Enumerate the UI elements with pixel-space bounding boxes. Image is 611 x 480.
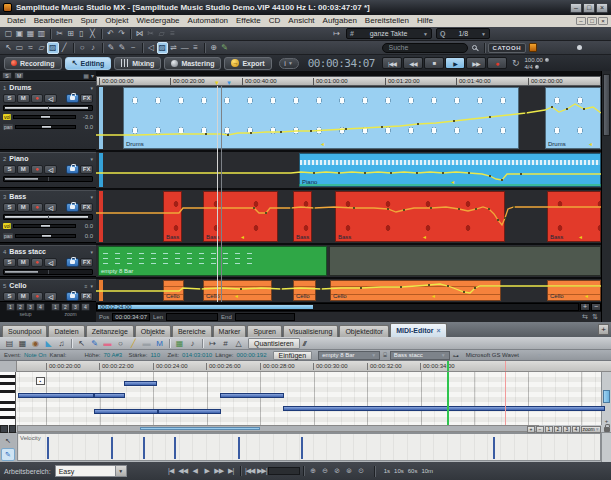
track-collapse-icon[interactable]: ▾	[90, 194, 93, 200]
volume-fader[interactable]	[3, 176, 93, 182]
copy-icon[interactable]: ⊞	[65, 28, 76, 40]
draw-midi-icon[interactable]: ~	[128, 42, 139, 54]
ctrl-lane-button[interactable]	[0, 425, 8, 433]
open-project-icon[interactable]: ▣	[14, 28, 25, 40]
tab-dateien[interactable]: Dateien	[48, 325, 84, 337]
import-audio-icon[interactable]: ▥	[36, 28, 47, 40]
tab-visualisierung[interactable]: Visualisierung	[283, 325, 338, 337]
note-length-icon[interactable]: ♪	[186, 338, 199, 349]
setup-bank-2[interactable]: 2	[16, 303, 25, 311]
maximize-button[interactable]: □	[583, 3, 595, 13]
midi-note[interactable]	[124, 381, 157, 386]
arranger-timeline-ruler[interactable]: 00:00:00:0000:00:20:0000:00:40:0000:01:0…	[96, 76, 601, 86]
automation-curve[interactable]	[96, 152, 601, 188]
workflow-mixing-button[interactable]: Mixing	[114, 57, 161, 70]
tab-zeitanzeige[interactable]: Zeitanzeige	[86, 325, 134, 337]
zoom-range-icon[interactable]: ⊘	[331, 467, 343, 475]
zoom-digit-2[interactable]: 2	[554, 426, 562, 433]
piano-roll[interactable]: ▪ +	[0, 372, 611, 425]
mute-button[interactable]: M	[17, 94, 30, 103]
media-pool-icon[interactable]: ▨	[47, 42, 59, 54]
menu-wiedergabe[interactable]: Wiedergabe	[132, 15, 183, 27]
velocity-bar[interactable]	[301, 437, 303, 459]
loop-icon[interactable]: ↻	[512, 58, 520, 68]
menu-hilfe[interactable]: Hilfe	[413, 15, 437, 27]
tab-midi-editor[interactable]: MIDI-Editor×	[390, 323, 446, 337]
lock-button[interactable]	[66, 292, 79, 301]
object-mode-icon[interactable]: ▱	[36, 42, 47, 54]
pos-value[interactable]: 00:00:34:07	[112, 313, 150, 321]
mute-object-icon[interactable]: ▱	[156, 28, 167, 40]
zoom-bank-2[interactable]: 2	[61, 303, 70, 311]
mute-button[interactable]: M	[17, 165, 30, 174]
monitor-speaker-icon[interactable]: ◁	[44, 292, 57, 301]
fx-button[interactable]: FX	[80, 165, 93, 174]
velocity-pencil-tool[interactable]: ✎	[1, 448, 15, 461]
zoom-digit-3[interactable]: 3	[563, 426, 571, 433]
mute-button[interactable]: M	[17, 258, 30, 267]
step-record-icon[interactable]: ↦	[206, 338, 219, 349]
record-arm-button[interactable]: ●	[31, 292, 44, 301]
solo-button[interactable]: S	[3, 94, 16, 103]
pattern-dropdown[interactable]: empty 8 Bar▼	[318, 351, 380, 360]
pan-slider[interactable]	[15, 234, 76, 238]
draw-volume-icon[interactable]: ✎	[106, 42, 117, 54]
vzoom-icon[interactable]: ⇅	[592, 313, 598, 321]
pianoroll-icon[interactable]: ▦	[16, 338, 29, 349]
tab-spuren[interactable]: Spuren	[247, 325, 282, 337]
crossfade-editor-icon[interactable]: ⋈	[134, 28, 145, 40]
info-button[interactable]: i▼	[279, 58, 299, 69]
vol-slider[interactable]	[13, 115, 76, 119]
velocity-cursor-tool[interactable]: ↖	[1, 434, 15, 447]
menu-datei[interactable]: Datei	[3, 15, 30, 27]
mdi-minimize-button[interactable]: –	[576, 17, 586, 25]
grid-snap-icon[interactable]: #	[219, 338, 232, 349]
save-project-icon[interactable]: ▦	[25, 28, 36, 40]
pitch-mode-icon[interactable]: ♪	[88, 42, 99, 54]
title-bar[interactable]: Samplitude Music Studio MX - [Samplitude…	[0, 0, 611, 15]
line-tool-icon[interactable]: ╱	[127, 338, 140, 349]
forward-button[interactable]: ▶▶	[466, 57, 486, 69]
zoom-bank-3[interactable]: 3	[71, 303, 80, 311]
zoom-object-icon[interactable]: ⊜	[343, 467, 355, 475]
track-header-bass[interactable]: 3Bass▾SM●◁FXvol0.0pan0.0	[0, 190, 96, 243]
folder-icon[interactable]: ⌸	[383, 352, 387, 359]
clip-stacc[interactable]	[329, 246, 601, 276]
range-end-icon[interactable]: ▶|	[225, 467, 237, 475]
close-button[interactable]: ×	[596, 3, 608, 13]
link-icon[interactable]: ⊶	[453, 352, 459, 359]
track-menu-icon[interactable]: ≡	[85, 283, 88, 289]
color-tool-icon[interactable]: ✎	[219, 42, 230, 54]
end-value[interactable]	[235, 313, 295, 321]
volume-fader[interactable]	[3, 269, 93, 275]
midi-hscrollbar[interactable]	[17, 425, 539, 432]
track-collapse-icon[interactable]: ▾	[90, 85, 93, 91]
undo-icon[interactable]: ↶	[105, 28, 116, 40]
workspace-select[interactable]: Easy ▼	[55, 465, 127, 477]
zoom-digit-4[interactable]: 4	[572, 426, 580, 433]
tab-close-icon[interactable]: ×	[436, 327, 440, 334]
snap-dropdown[interactable]: # ganze Takte ▼	[346, 28, 432, 39]
cut-icon[interactable]: ✂	[54, 28, 65, 40]
snap-toggle-icon[interactable]: ↦	[331, 28, 342, 40]
arranger-vscrollbar[interactable]	[601, 71, 611, 322]
controller-editor-icon[interactable]: ◣	[42, 338, 55, 349]
scrub-icon[interactable]: ⇌	[168, 42, 179, 54]
cursor-tool-icon[interactable]: ↖	[75, 338, 88, 349]
grid-view-icon[interactable]: ▦	[83, 72, 89, 79]
midi-hscroll-thumb[interactable]	[140, 427, 260, 430]
midi-note[interactable]	[283, 406, 605, 411]
tab-soundpool[interactable]: Soundpool	[2, 325, 47, 337]
catooh-button[interactable]: CATOOH	[488, 43, 526, 53]
arranger-hscroll-thumb[interactable]: 00:02:24:00	[98, 305, 313, 309]
piano-keyboard[interactable]	[0, 372, 16, 425]
quantize-dropdown[interactable]: Q 1/8 ▼	[436, 28, 490, 39]
zoom-out-icon[interactable]: ⊖	[319, 467, 331, 475]
solo-button[interactable]: S	[3, 292, 16, 301]
velocity-bar[interactable]	[143, 437, 145, 459]
record-arm-button[interactable]: ●	[31, 165, 44, 174]
midi-zoom-out-button[interactable]: −	[536, 426, 544, 433]
go-to-start-button[interactable]: |◀◀	[382, 57, 402, 69]
tab-objekteditor[interactable]: Objekteditor	[339, 325, 389, 337]
tab-objekte[interactable]: Objekte	[135, 325, 171, 337]
